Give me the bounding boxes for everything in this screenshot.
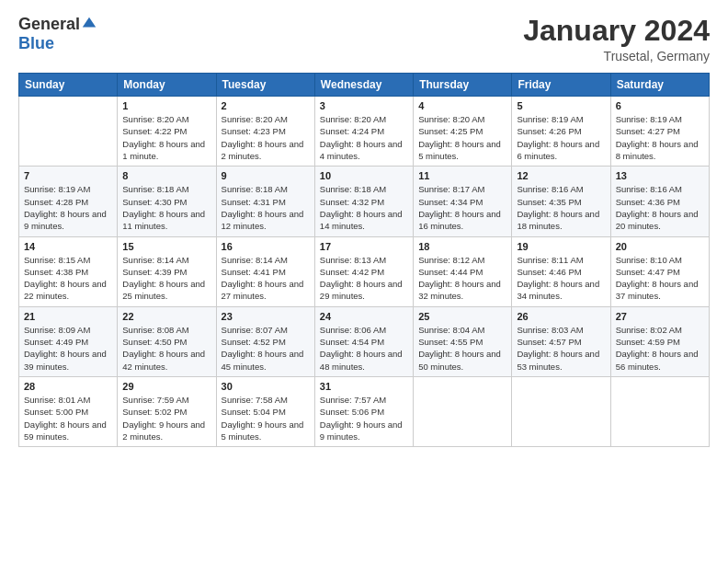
logo: General Blue (18, 15, 97, 53)
day-number: 18 (418, 241, 506, 252)
page: General Blue January 2024 Trusetal, Germ… (0, 0, 728, 563)
calendar-cell: 26Sunrise: 8:03 AMSunset: 4:57 PMDayligh… (512, 306, 610, 376)
day-info: Sunrise: 8:18 AMSunset: 4:30 PMDaylight:… (122, 183, 210, 232)
day-info: Sunrise: 8:12 AMSunset: 4:44 PMDaylight:… (418, 254, 506, 303)
calendar-week-3: 14Sunrise: 8:15 AMSunset: 4:38 PMDayligh… (19, 236, 710, 306)
calendar-header-row: Sunday Monday Tuesday Wednesday Thursday… (19, 74, 710, 97)
day-number: 7 (24, 170, 112, 181)
header: General Blue January 2024 Trusetal, Germ… (18, 15, 710, 63)
day-info: Sunrise: 8:20 AMSunset: 4:24 PMDaylight:… (320, 113, 408, 162)
day-number: 27 (616, 311, 704, 322)
day-number: 9 (222, 170, 310, 181)
month-title: January 2024 (523, 15, 710, 47)
calendar-cell: 27Sunrise: 8:02 AMSunset: 4:59 PMDayligh… (610, 306, 709, 376)
calendar-week-2: 7Sunrise: 8:19 AMSunset: 4:28 PMDaylight… (19, 167, 710, 236)
header-friday: Friday (512, 74, 610, 97)
calendar-cell: 12Sunrise: 8:16 AMSunset: 4:35 PMDayligh… (512, 167, 610, 236)
day-info: Sunrise: 8:18 AMSunset: 4:32 PMDaylight:… (320, 183, 408, 232)
day-number: 17 (320, 241, 408, 252)
day-info: Sunrise: 8:02 AMSunset: 4:59 PMDaylight:… (616, 324, 704, 373)
calendar-cell: 30Sunrise: 7:58 AMSunset: 5:04 PMDayligh… (216, 376, 314, 446)
day-number: 1 (122, 100, 210, 111)
day-number: 6 (616, 100, 704, 111)
day-info: Sunrise: 7:57 AMSunset: 5:06 PMDaylight:… (320, 394, 408, 442)
day-info: Sunrise: 8:09 AMSunset: 4:49 PMDaylight:… (24, 324, 112, 373)
day-info: Sunrise: 8:16 AMSunset: 4:35 PMDaylight:… (517, 183, 605, 232)
day-info: Sunrise: 8:13 AMSunset: 4:42 PMDaylight:… (320, 254, 408, 303)
header-thursday: Thursday (414, 74, 512, 97)
day-info: Sunrise: 8:19 AMSunset: 4:27 PMDaylight:… (616, 113, 704, 162)
calendar-cell: 4Sunrise: 8:20 AMSunset: 4:25 PMDaylight… (414, 97, 512, 167)
header-wednesday: Wednesday (314, 74, 413, 97)
day-number: 10 (320, 170, 408, 181)
day-number: 15 (122, 241, 210, 252)
calendar-cell: 29Sunrise: 7:59 AMSunset: 5:02 PMDayligh… (118, 376, 216, 446)
day-info: Sunrise: 8:14 AMSunset: 4:39 PMDaylight:… (122, 254, 210, 303)
header-saturday: Saturday (610, 74, 709, 97)
day-number: 4 (418, 100, 506, 111)
calendar-cell (512, 376, 610, 446)
day-number: 3 (320, 100, 408, 111)
day-number: 30 (222, 381, 310, 392)
day-info: Sunrise: 8:07 AMSunset: 4:52 PMDaylight:… (222, 324, 310, 373)
day-number: 25 (418, 311, 506, 322)
day-info: Sunrise: 8:11 AMSunset: 4:46 PMDaylight:… (517, 254, 605, 303)
calendar-table: Sunday Monday Tuesday Wednesday Thursday… (18, 73, 710, 447)
day-number: 12 (517, 170, 605, 181)
calendar-cell: 2Sunrise: 8:20 AMSunset: 4:23 PMDaylight… (216, 97, 314, 167)
day-number: 31 (320, 381, 408, 392)
day-number: 21 (24, 311, 112, 322)
calendar-cell: 11Sunrise: 8:17 AMSunset: 4:34 PMDayligh… (414, 167, 512, 236)
location-subtitle: Trusetal, Germany (523, 49, 710, 63)
logo-blue-text: Blue (18, 34, 54, 53)
calendar-cell: 5Sunrise: 8:19 AMSunset: 4:26 PMDaylight… (512, 97, 610, 167)
calendar-cell: 7Sunrise: 8:19 AMSunset: 4:28 PMDaylight… (19, 167, 118, 236)
calendar-cell: 6Sunrise: 8:19 AMSunset: 4:27 PMDaylight… (610, 97, 709, 167)
day-number: 2 (222, 100, 310, 111)
day-number: 8 (122, 170, 210, 181)
calendar-cell: 3Sunrise: 8:20 AMSunset: 4:24 PMDaylight… (314, 97, 413, 167)
day-info: Sunrise: 8:04 AMSunset: 4:55 PMDaylight:… (418, 324, 506, 373)
calendar-cell: 14Sunrise: 8:15 AMSunset: 4:38 PMDayligh… (19, 236, 118, 306)
svg-marker-0 (83, 17, 96, 28)
day-number: 13 (616, 170, 704, 181)
calendar-cell: 10Sunrise: 8:18 AMSunset: 4:32 PMDayligh… (314, 167, 413, 236)
day-number: 23 (222, 311, 310, 322)
day-info: Sunrise: 8:06 AMSunset: 4:54 PMDaylight:… (320, 324, 408, 373)
day-number: 11 (418, 170, 506, 181)
calendar-cell: 9Sunrise: 8:18 AMSunset: 4:31 PMDaylight… (216, 167, 314, 236)
day-number: 26 (517, 311, 605, 322)
day-info: Sunrise: 8:01 AMSunset: 5:00 PMDaylight:… (24, 394, 112, 442)
day-number: 24 (320, 311, 408, 322)
calendar-cell: 18Sunrise: 8:12 AMSunset: 4:44 PMDayligh… (414, 236, 512, 306)
day-info: Sunrise: 7:59 AMSunset: 5:02 PMDaylight:… (122, 394, 210, 442)
calendar-cell: 21Sunrise: 8:09 AMSunset: 4:49 PMDayligh… (19, 306, 118, 376)
header-sunday: Sunday (19, 74, 118, 97)
calendar-week-4: 21Sunrise: 8:09 AMSunset: 4:49 PMDayligh… (19, 306, 710, 376)
day-info: Sunrise: 8:20 AMSunset: 4:22 PMDaylight:… (122, 113, 210, 162)
calendar-cell: 25Sunrise: 8:04 AMSunset: 4:55 PMDayligh… (414, 306, 512, 376)
day-number: 29 (122, 381, 210, 392)
header-tuesday: Tuesday (216, 74, 314, 97)
calendar-cell: 23Sunrise: 8:07 AMSunset: 4:52 PMDayligh… (216, 306, 314, 376)
calendar-cell: 22Sunrise: 8:08 AMSunset: 4:50 PMDayligh… (118, 306, 216, 376)
calendar-cell (414, 376, 512, 446)
day-number: 14 (24, 241, 112, 252)
logo-icon (81, 16, 97, 32)
calendar-cell: 15Sunrise: 8:14 AMSunset: 4:39 PMDayligh… (118, 236, 216, 306)
calendar-cell: 8Sunrise: 8:18 AMSunset: 4:30 PMDaylight… (118, 167, 216, 236)
title-block: January 2024 Trusetal, Germany (523, 15, 710, 63)
logo-general-text: General (18, 15, 80, 34)
calendar-cell (610, 376, 709, 446)
day-info: Sunrise: 8:03 AMSunset: 4:57 PMDaylight:… (517, 324, 605, 373)
day-info: Sunrise: 8:18 AMSunset: 4:31 PMDaylight:… (222, 183, 310, 232)
day-info: Sunrise: 8:10 AMSunset: 4:47 PMDaylight:… (616, 254, 704, 303)
day-number: 16 (222, 241, 310, 252)
calendar-cell: 16Sunrise: 8:14 AMSunset: 4:41 PMDayligh… (216, 236, 314, 306)
calendar-cell: 17Sunrise: 8:13 AMSunset: 4:42 PMDayligh… (314, 236, 413, 306)
calendar-cell: 31Sunrise: 7:57 AMSunset: 5:06 PMDayligh… (314, 376, 413, 446)
day-number: 19 (517, 241, 605, 252)
day-info: Sunrise: 8:20 AMSunset: 4:23 PMDaylight:… (222, 113, 310, 162)
calendar-cell (19, 97, 118, 167)
day-info: Sunrise: 8:16 AMSunset: 4:36 PMDaylight:… (616, 183, 704, 232)
